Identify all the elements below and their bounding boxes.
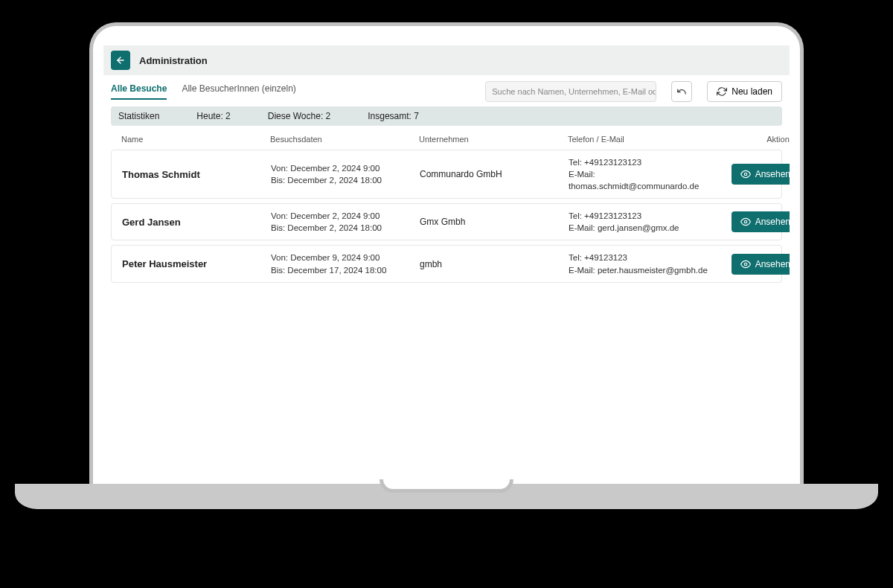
col-company: Unternehmen — [419, 135, 568, 144]
toolbar: Alle Besuche Alle BesucherInnen (einzeln… — [103, 75, 790, 102]
laptop-notch — [380, 479, 513, 493]
eye-icon — [740, 217, 751, 227]
row-tel: Tel: +49123123123 — [569, 210, 725, 222]
laptop-lid: Administration Alle Besuche Alle Besuche… — [89, 22, 804, 484]
stats-bar: Statistiken Heute: 2 Diese Woche: 2 Insg… — [111, 106, 782, 126]
table-row: Peter Hausmeister Von: December 9, 2024 … — [111, 245, 782, 282]
table-row: Gerd Jansen Von: December 2, 2024 9:00 B… — [111, 203, 782, 240]
col-actions: Aktionen — [724, 135, 790, 144]
row-email: E-Mail: gerd.jansen@gmx.de — [569, 222, 725, 234]
col-visit: Besuchsdaten — [270, 135, 419, 144]
row-name: Gerd Jansen — [122, 217, 271, 228]
row-visit-from: Von: December 2, 2024 9:00 — [271, 162, 420, 174]
view-label: Ansehen — [755, 169, 790, 179]
arrow-left-icon — [115, 55, 126, 65]
table-header: Name Besuchsdaten Unternehmen Telefon / … — [111, 129, 782, 150]
page-header: Administration — [103, 45, 790, 75]
reload-label: Neu laden — [732, 86, 772, 97]
tab-all-visitors[interactable]: Alle BesucherInnen (einzeln) — [182, 83, 295, 100]
row-contact: Tel: +49123123123 E-Mail: thomas.schmidt… — [569, 156, 725, 192]
page-title: Administration — [139, 55, 208, 66]
svg-point-0 — [744, 173, 747, 176]
undo-icon — [676, 86, 687, 97]
row-visit: Von: December 9, 2024 9:00 Bis: December… — [271, 252, 420, 275]
view-label: Ansehen — [755, 217, 790, 227]
row-email: E-Mail: peter.hausmeister@gmbh.de — [569, 264, 725, 276]
eye-icon — [740, 169, 751, 179]
row-contact: Tel: +49123123123 E-Mail: gerd.jansen@gm… — [569, 210, 725, 234]
row-visit-to: Bis: December 2, 2024 18:00 — [271, 222, 420, 234]
row-visit-to: Bis: December 2, 2024 18:00 — [271, 174, 420, 186]
col-contact: Telefon / E-Mail — [568, 135, 724, 144]
row-company: Gmx Gmbh — [420, 217, 569, 227]
svg-point-1 — [744, 221, 747, 224]
row-visit-from: Von: December 9, 2024 9:00 — [271, 252, 420, 263]
stats-label: Statistiken — [118, 111, 159, 121]
search-input[interactable]: Suche nach Namen, Unternehmen, E-Mail od… — [485, 81, 656, 102]
row-company: gmbh — [420, 259, 569, 269]
row-company: Communardo GmbH — [420, 169, 569, 179]
stats-week: Diese Woche: 2 — [268, 111, 331, 121]
app-screen: Administration Alle Besuche Alle Besuche… — [103, 45, 790, 484]
tabs: Alle Besuche Alle BesucherInnen (einzeln… — [111, 83, 296, 100]
stats-today: Heute: 2 — [196, 111, 230, 121]
view-label: Ansehen — [755, 259, 790, 269]
row-visit: Von: December 2, 2024 9:00 Bis: December… — [271, 210, 420, 234]
table-body: Thomas Schmidt Von: December 2, 2024 9:0… — [111, 150, 782, 283]
view-button[interactable]: Ansehen — [732, 254, 790, 275]
stats-total: Insgesamt: 7 — [368, 111, 419, 121]
row-name: Thomas Schmidt — [122, 169, 271, 180]
refresh-icon — [717, 86, 727, 97]
eye-icon — [740, 259, 751, 269]
view-button[interactable]: Ansehen — [732, 164, 790, 185]
tab-all-visits[interactable]: Alle Besuche — [111, 83, 167, 100]
view-button[interactable]: Ansehen — [732, 211, 790, 232]
row-visit-to: Bis: December 17, 2024 18:00 — [271, 264, 420, 276]
row-visit: Von: December 2, 2024 9:00 Bis: December… — [271, 162, 420, 186]
laptop-base — [15, 484, 878, 509]
row-name: Peter Hausmeister — [122, 258, 271, 269]
back-button[interactable] — [111, 51, 130, 70]
row-tel: Tel: +49123123123 — [569, 156, 725, 168]
row-visit-from: Von: December 2, 2024 9:00 — [271, 210, 420, 222]
reload-button[interactable]: Neu laden — [707, 81, 782, 102]
row-contact: Tel: +49123123 E-Mail: peter.hausmeister… — [569, 252, 725, 275]
laptop-frame: Administration Alle Besuche Alle Besuche… — [89, 22, 804, 509]
back-history-button[interactable] — [671, 81, 692, 102]
row-email: E-Mail: thomas.schmidt@communardo.de — [569, 168, 725, 192]
table-row: Thomas Schmidt Von: December 2, 2024 9:0… — [111, 150, 782, 199]
row-tel: Tel: +49123123 — [569, 252, 725, 263]
col-name: Name — [121, 135, 270, 144]
svg-point-2 — [744, 263, 747, 266]
